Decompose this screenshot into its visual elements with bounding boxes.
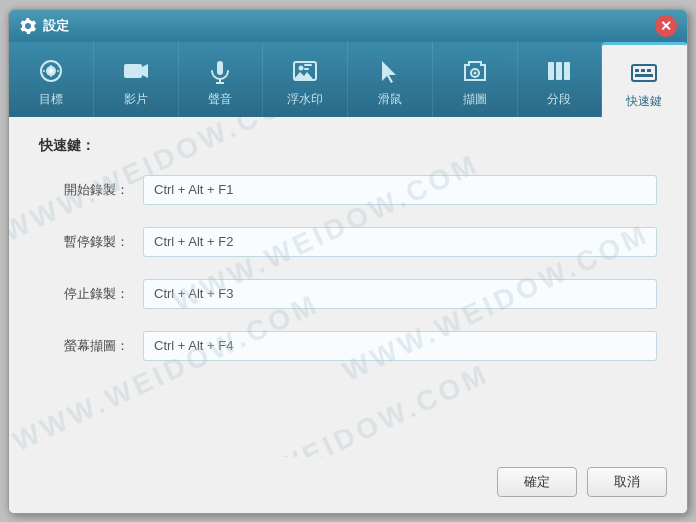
hotkey-label-pause: 暫停錄製： xyxy=(39,233,129,251)
hotkey-label-screenshot: 螢幕擷圖： xyxy=(39,337,129,355)
tab-audio-label: 聲音 xyxy=(208,93,232,105)
tab-bar: 目標 影片 聲音 xyxy=(9,42,687,117)
svg-rect-21 xyxy=(635,74,653,77)
cursor-icon xyxy=(376,57,404,89)
hotkey-row-start: 開始錄製： xyxy=(39,175,657,205)
segment-icon xyxy=(545,57,573,89)
svg-rect-9 xyxy=(304,64,312,66)
tab-cursor-label: 滑鼠 xyxy=(378,93,402,105)
tab-segment[interactable]: 分段 xyxy=(518,42,603,117)
svg-rect-14 xyxy=(548,62,554,80)
tab-video-label: 影片 xyxy=(124,93,148,105)
window-title: 設定 xyxy=(43,17,655,35)
screenshot-icon xyxy=(461,57,489,89)
title-bar: 設定 ✕ xyxy=(9,10,687,42)
svg-rect-4 xyxy=(217,61,223,75)
svg-marker-11 xyxy=(382,61,396,83)
hotkey-row-screenshot: 螢幕擷圖： xyxy=(39,331,657,361)
svg-point-1 xyxy=(49,69,53,73)
hotkey-input-screenshot[interactable] xyxy=(143,331,657,361)
hotkey-label-stop: 停止錄製： xyxy=(39,285,129,303)
svg-rect-18 xyxy=(635,69,639,72)
tab-camera[interactable]: 目標 xyxy=(9,42,94,117)
footer: 確定 取消 xyxy=(9,457,687,513)
confirm-button[interactable]: 確定 xyxy=(497,467,577,497)
gear-icon xyxy=(19,17,37,35)
svg-rect-15 xyxy=(556,62,562,80)
tab-audio[interactable]: 聲音 xyxy=(179,42,264,117)
hotkey-input-pause[interactable] xyxy=(143,227,657,257)
tab-hotkey-label: 快速鍵 xyxy=(626,95,662,107)
hotkey-input-start[interactable] xyxy=(143,175,657,205)
camera-icon xyxy=(37,57,65,89)
hotkey-row-pause: 暫停錄製： xyxy=(39,227,657,257)
tab-screenshot-label: 擷圖 xyxy=(463,93,487,105)
svg-point-8 xyxy=(299,66,304,71)
tab-camera-label: 目標 xyxy=(39,93,63,105)
svg-rect-17 xyxy=(632,65,656,81)
content-wrapper: WWW.WEIDOW.COM WWW.WEIDOW.COM WWW.WEIDOW… xyxy=(9,117,687,457)
hotkey-row-stop: 停止錄製： xyxy=(39,279,657,309)
svg-rect-10 xyxy=(304,68,309,70)
close-button[interactable]: ✕ xyxy=(655,15,677,37)
video-icon xyxy=(122,57,150,89)
svg-rect-2 xyxy=(124,64,142,78)
content-area: 快速鍵： 開始錄製： 暫停錄製： 停止錄製： 螢幕擷圖： xyxy=(9,117,687,457)
hotkey-input-stop[interactable] xyxy=(143,279,657,309)
hotkey-icon xyxy=(630,59,658,91)
tab-watermark[interactable]: 浮水印 xyxy=(263,42,348,117)
tab-screenshot[interactable]: 擷圖 xyxy=(433,42,518,117)
svg-rect-20 xyxy=(647,69,651,72)
svg-rect-16 xyxy=(564,62,570,80)
svg-rect-19 xyxy=(641,69,645,72)
tab-watermark-label: 浮水印 xyxy=(287,93,323,105)
svg-point-13 xyxy=(473,72,476,75)
section-title: 快速鍵： xyxy=(39,137,657,155)
tab-segment-label: 分段 xyxy=(547,93,571,105)
hotkey-label-start: 開始錄製： xyxy=(39,181,129,199)
tab-hotkey[interactable]: 快速鍵 xyxy=(602,42,687,117)
cancel-button[interactable]: 取消 xyxy=(587,467,667,497)
settings-window: 設定 ✕ 目標 影片 xyxy=(8,9,688,514)
svg-marker-3 xyxy=(142,64,148,78)
tab-video[interactable]: 影片 xyxy=(94,42,179,117)
watermark-icon xyxy=(291,57,319,89)
audio-icon xyxy=(206,57,234,89)
tab-cursor[interactable]: 滑鼠 xyxy=(348,42,433,117)
